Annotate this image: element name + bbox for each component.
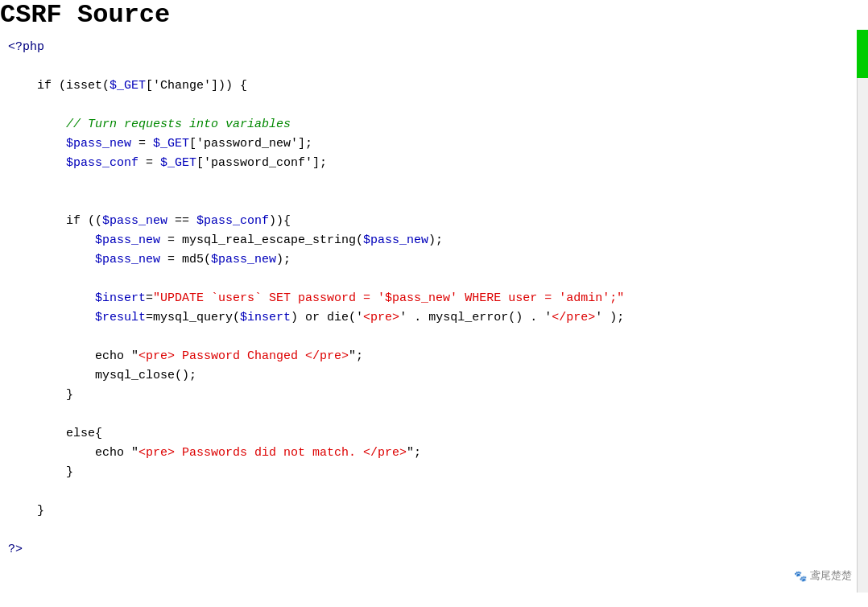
code-segment: } [8,388,73,402]
code-line: $insert="UPDATE `users` SET password = '… [8,289,852,308]
code-segment: "; [407,446,421,460]
watermark: 🐾 鸢尾楚楚 [794,568,852,583]
watermark-icon: 🐾 [794,570,807,582]
code-line [8,57,852,76]
code-segment: <pre> Password Changed </pre> [138,349,349,363]
code-line: $pass_new = md5($pass_new); [8,250,852,270]
code-segment: <?php [8,40,44,54]
code-line: if (($pass_new == $pass_conf)){ [8,212,852,231]
code-segment [8,253,95,266]
code-segment: $insert [95,291,146,305]
code-segment: ' ); [595,311,624,324]
code-line [8,270,852,289]
code-segment: $pass_conf [66,156,138,170]
code-segment: =mysql_query( [146,311,240,324]
code-segment [8,311,95,324]
code-line: echo "<pre> Passwords did not match. </p… [8,444,852,463]
code-segment: <pre> Passwords did not match. </pre> [138,446,407,460]
code-line: } [8,386,852,405]
code-line [8,96,852,115]
code-segment: ['password_conf']; [196,156,327,170]
code-segment: $pass_new [211,253,276,266]
code-segment: $pass_new [66,137,131,151]
code-line: ?> [8,540,852,560]
code-line [8,173,852,192]
code-line: $result=mysql_query($insert) or die('<pr… [8,308,852,328]
code-segment: mysql_close(); [8,369,196,382]
code-segment: )){ [269,214,291,228]
code-container: <?php if (isset($_GET['Change'])) { // T… [0,30,868,593]
code-segment: echo " [8,446,138,460]
scrollbar[interactable] [857,30,868,593]
code-segment: = md5( [160,253,211,266]
code-segment: $insert [240,311,291,324]
code-segment: <pre> [363,311,399,324]
code-line: mysql_close(); [8,366,852,386]
code-segment: // Turn requests into variables [8,118,291,131]
code-segment: $pass_conf [196,214,269,228]
code-line: echo "<pre> Password Changed </pre>"; [8,347,852,366]
code-segment: = [138,156,160,170]
code-line: else{ [8,424,852,444]
code-segment [8,291,95,305]
code-line: } [8,463,852,482]
code-line [8,328,852,347]
code-segment: == [167,214,196,228]
code-segment: $_GET [160,156,196,170]
code-block: <?php if (isset($_GET['Change'])) { // T… [0,38,868,560]
code-segment: $_GET [110,79,146,93]
code-segment: $_GET [153,137,189,151]
code-segment: if (isset( [8,79,110,93]
code-segment: "; [349,349,363,363]
code-segment: if (( [8,214,102,228]
main-heading: CSRF Source [0,0,868,30]
code-segment: </pre> [552,311,595,324]
code-segment: = mysql_real_escape_string( [160,233,363,247]
code-segment: $pass_new [95,253,160,266]
code-segment: = [146,291,153,305]
code-segment: $pass_new [95,233,160,247]
code-line [8,405,852,424]
code-line [8,521,852,540]
code-segment: ); [428,233,443,247]
code-segment: ['password_new']; [189,137,312,151]
code-segment: } [8,465,73,479]
code-line: $pass_conf = $_GET['password_conf']; [8,154,852,173]
code-segment: $pass_new [363,233,428,247]
code-line: // Turn requests into variables [8,115,852,134]
code-segment [8,137,66,151]
code-segment: ) or die(' [291,311,363,324]
code-segment: $pass_new [102,214,167,228]
code-segment: $result [95,311,146,324]
code-line: } [8,502,852,521]
code-line: $pass_new = mysql_real_escape_string($pa… [8,231,852,250]
code-line: <?php [8,38,852,57]
code-segment: "UPDATE `users` SET password = '$pass_ne… [153,291,624,305]
code-segment: ['Change'])) { [146,79,247,93]
code-segment: echo " [8,349,138,363]
code-segment: ?> [8,543,23,556]
code-line [8,192,852,212]
code-segment [8,233,95,247]
page-title: CSRF Source [0,0,868,30]
code-line: if (isset($_GET['Change'])) { [8,76,852,96]
code-segment: else{ [8,427,102,440]
code-line: $pass_new = $_GET['password_new']; [8,134,852,154]
watermark-text: 鸢尾楚楚 [810,568,852,583]
code-segment: = [131,137,153,151]
code-segment [8,156,66,170]
scrollbar-thumb[interactable] [857,30,868,78]
code-line [8,482,852,502]
code-segment: } [8,504,44,518]
code-segment: ' . mysql_error() . ' [399,311,552,324]
code-segment: ); [276,253,291,266]
